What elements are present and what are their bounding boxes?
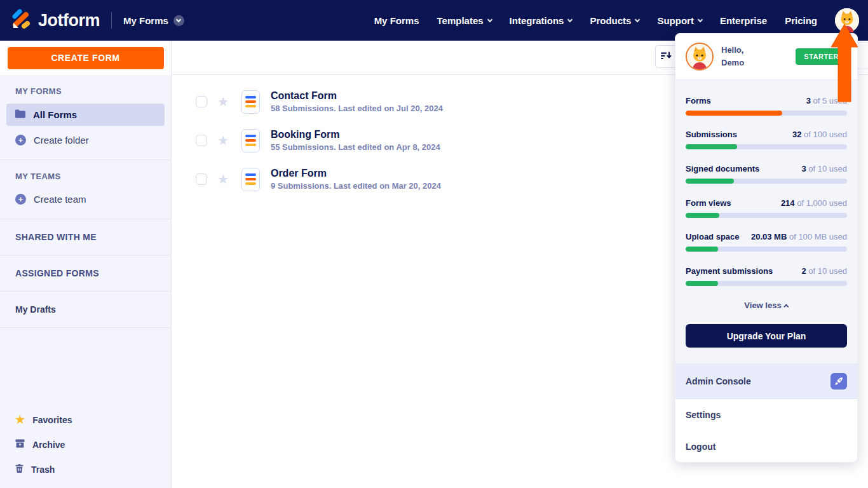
sidebar-item-trash[interactable]: Trash xyxy=(0,457,171,482)
usage-bar xyxy=(686,144,847,149)
usage-row-forms: Forms 3 of 5 used xyxy=(686,96,847,116)
form-row[interactable]: ★ Booking Form 55 Submissions. Last edit… xyxy=(196,128,443,153)
view-less-link[interactable]: View less xyxy=(686,301,847,310)
folder-icon xyxy=(15,109,25,120)
workspace-label: My Forms xyxy=(123,15,168,26)
menu-item-admin-console[interactable]: Admin Console xyxy=(675,364,857,399)
form-type-icon xyxy=(241,90,260,114)
usage-row-signed-documents: Signed documents 3 of 10 used xyxy=(686,164,847,184)
sort-descending-icon xyxy=(661,51,672,63)
upgrade-plan-button[interactable]: Upgrade Your Plan xyxy=(686,324,847,348)
user-avatar xyxy=(686,43,714,71)
plan-badge[interactable]: STARTER xyxy=(796,48,847,65)
form-meta: 55 Submissions. Last edited on Apr 8, 20… xyxy=(271,142,440,152)
sidebar-item-shared-with-me[interactable]: SHARED WITH ME xyxy=(0,219,171,255)
usage-bar xyxy=(686,111,847,116)
brand-name: Jotform xyxy=(38,11,100,30)
nav-products[interactable]: Products xyxy=(581,10,648,31)
sidebar: MY FORMS All Forms + Create folder MY TE… xyxy=(0,75,172,488)
form-row[interactable]: ★ Contact Form 58 Submissions. Last edit… xyxy=(196,89,443,114)
form-type-icon xyxy=(241,168,260,191)
favorite-star-icon[interactable]: ★ xyxy=(217,95,229,108)
menu-item-logout[interactable]: Logout xyxy=(675,431,857,463)
nav-templates[interactable]: Templates xyxy=(428,10,500,31)
trash-icon xyxy=(15,464,24,475)
form-row[interactable]: ★ Order Form 9 Submissions. Last edited … xyxy=(196,166,443,192)
form-link[interactable]: Booking Form 55 Submissions. Last edited… xyxy=(271,129,440,152)
archive-icon xyxy=(15,439,25,450)
chevron-down-icon xyxy=(173,15,184,26)
form-link[interactable]: Contact Form 58 Submissions. Last edited… xyxy=(271,90,443,113)
rocket-icon xyxy=(831,373,847,390)
nav-support[interactable]: Support xyxy=(648,10,711,31)
usage-row-upload-space: Upload space 20.03 MB of 100 MB used xyxy=(686,232,847,252)
nav-enterprise[interactable]: Enterprise xyxy=(711,10,776,31)
jotform-logo[interactable]: Jotform xyxy=(10,8,100,32)
nav-pricing[interactable]: Pricing xyxy=(776,10,826,31)
account-dropdown-panel: Hello, Demo STARTER Forms 3 of 5 used Su… xyxy=(675,33,858,463)
sidebar-item-all-forms[interactable]: All Forms xyxy=(6,104,165,126)
user-avatar xyxy=(835,8,859,32)
sidebar-item-favorites[interactable]: ★ Favorites xyxy=(0,407,171,432)
usage-bar xyxy=(686,213,847,218)
sidebar-item-label: All Forms xyxy=(33,109,77,120)
row-checkbox[interactable] xyxy=(196,135,207,146)
sort-button[interactable] xyxy=(655,45,677,68)
navbar-divider xyxy=(111,12,112,29)
sidebar-item-assigned-forms[interactable]: ASSIGNED FORMS xyxy=(0,255,171,291)
create-folder-label: Create folder xyxy=(34,135,89,146)
form-meta: 58 Submissions. Last edited on Jul 20, 2… xyxy=(271,104,443,113)
chevron-up-icon xyxy=(783,304,789,309)
favorite-star-icon[interactable]: ★ xyxy=(217,134,229,147)
form-title: Order Form xyxy=(271,168,441,179)
jotform-my-forms-page: Jotform My Forms My Forms Templates Inte… xyxy=(0,0,868,488)
row-checkbox[interactable] xyxy=(196,96,207,107)
usage-section: Forms 3 of 5 used Submissions 32 of 100 … xyxy=(675,79,857,364)
form-meta: 9 Submissions. Last edited on Mar 20, 20… xyxy=(271,181,441,191)
nav-my-forms[interactable]: My Forms xyxy=(365,10,428,31)
chevron-down-icon xyxy=(487,17,492,22)
star-icon: ★ xyxy=(15,414,25,425)
sidebar-item-my-drafts[interactable]: My Drafts xyxy=(0,292,171,327)
create-form-button[interactable]: CREATE FORM xyxy=(8,47,164,69)
user-avatar-button[interactable] xyxy=(835,8,859,32)
menu-item-settings[interactable]: Settings xyxy=(675,399,857,431)
usage-bar xyxy=(686,281,847,286)
my-teams-section-header: MY TEAMS xyxy=(0,160,171,187)
plus-icon: + xyxy=(15,194,26,205)
my-forms-section-header: MY FORMS xyxy=(0,75,171,102)
favorite-star-icon[interactable]: ★ xyxy=(217,173,229,186)
nav-integrations[interactable]: Integrations xyxy=(501,10,581,31)
greeting-text: Hello, Demo xyxy=(721,44,744,69)
account-panel-header: Hello, Demo STARTER xyxy=(675,34,857,79)
usage-bar xyxy=(686,179,847,184)
navbar-menu: My Forms Templates Integrations Products… xyxy=(365,8,859,32)
usage-row-payment-submissions: Payment submissions 2 of 10 used xyxy=(686,266,847,286)
plus-icon: + xyxy=(15,135,26,146)
workspace-switcher[interactable]: My Forms xyxy=(123,15,184,26)
row-checkbox[interactable] xyxy=(196,173,207,185)
chevron-down-icon xyxy=(698,17,703,22)
sidebar-top: CREATE FORM xyxy=(0,41,172,75)
sidebar-item-archive[interactable]: Archive xyxy=(0,432,171,457)
create-team-label: Create team xyxy=(34,194,86,205)
usage-bar xyxy=(686,247,847,252)
sidebar-bottom: ★ Favorites Archive Trash xyxy=(0,407,171,488)
form-type-icon xyxy=(241,129,260,152)
usage-row-submissions: Submissions 32 of 100 used xyxy=(686,130,847,149)
form-title: Booking Form xyxy=(271,129,440,140)
create-team-button[interactable]: + Create team xyxy=(0,187,171,211)
form-title: Contact Form xyxy=(271,90,443,102)
forms-list: ★ Contact Form 58 Submissions. Last edit… xyxy=(196,89,443,205)
create-folder-button[interactable]: + Create folder xyxy=(0,128,171,152)
usage-row-form-views: Form views 214 of 1,000 used xyxy=(686,198,847,218)
jotform-logo-icon xyxy=(10,8,32,32)
chevron-down-icon xyxy=(635,17,640,22)
chevron-down-icon xyxy=(567,17,573,22)
form-link[interactable]: Order Form 9 Submissions. Last edited on… xyxy=(271,168,441,191)
